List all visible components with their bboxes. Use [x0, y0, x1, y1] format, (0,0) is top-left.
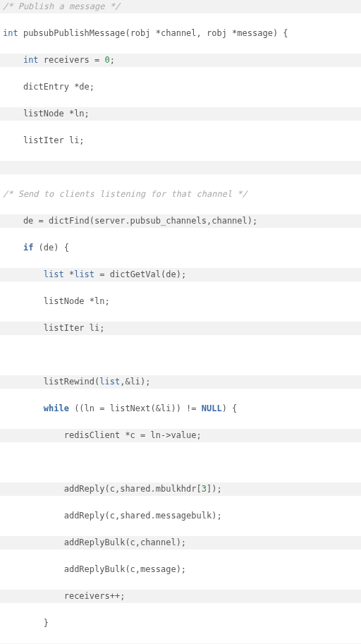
code-line: listNode *ln; [0, 295, 361, 308]
code-line: addReply(c,shared.messagebulk); [0, 509, 361, 523]
code-token: int [23, 55, 39, 65]
code-token: de = dictFind(server.pubsub_channels,cha… [3, 216, 257, 226]
code-line: listIter li; [0, 322, 361, 335]
code-block: /* Publish a message */ int pubsubPublis… [0, 0, 361, 644]
code-token: dictEntry *de; [3, 82, 94, 92]
code-token: ; [110, 55, 115, 65]
code-token: /* Send to clients listening for that ch… [3, 189, 247, 199]
code-token: if [23, 243, 33, 253]
code-token [3, 269, 44, 279]
code-token: addReply(c,shared.messagebulk); [3, 511, 222, 521]
code-token: } [3, 618, 49, 628]
code-line: /* Publish a message */ [0, 0, 361, 13]
code-line [0, 161, 361, 174]
code-line: addReplyBulk(c,message); [0, 563, 361, 576]
code-token: 0 [105, 55, 110, 65]
code-line: int receivers = 0; [0, 54, 361, 67]
code-line: addReplyBulk(c,channel); [0, 536, 361, 549]
code-line: while ((ln = listNext(&li)) != NULL) { [0, 402, 361, 415]
code-line: receivers++; [0, 590, 361, 603]
code-token: listNode *ln; [3, 296, 110, 306]
code-token: NULL [202, 403, 222, 413]
code-token: list [44, 269, 64, 279]
code-token [3, 457, 8, 467]
code-line: listNode *ln; [0, 107, 361, 121]
code-token: int [3, 28, 18, 38]
code-token: /* Publish a message */ [3, 1, 120, 11]
code-line: redisClient *c = ln->value; [0, 429, 361, 442]
code-token: addReplyBulk(c,message); [3, 564, 186, 574]
code-token: redisClient *c = ln->value; [3, 430, 202, 440]
code-line: addReply(c,shared.mbulkhdr[3]); [0, 482, 361, 496]
code-token: receivers++; [3, 591, 125, 601]
code-token [3, 403, 44, 413]
code-line: int pubsubPublishMessage(robj *channel, … [0, 27, 361, 40]
code-token [3, 243, 23, 253]
code-line: listRewind(list,&li); [0, 375, 361, 389]
code-line: } [0, 616, 361, 630]
code-line: list *list = dictGetVal(de); [0, 268, 361, 281]
code-token: addReply(c,shared.mbulkhdr[ [3, 484, 202, 494]
code-token: ((ln = listNext(&li)) != [69, 403, 202, 413]
code-token: (de) { [33, 243, 69, 253]
code-token [3, 55, 23, 65]
code-token: listIter li; [3, 135, 85, 145]
code-token: list [99, 377, 120, 387]
code-line: /* Send to clients listening for that ch… [0, 188, 361, 201]
code-token: receivers = [39, 55, 105, 65]
code-line: listIter li; [0, 134, 361, 147]
code-token: ]); [207, 484, 222, 494]
code-token: while [44, 403, 69, 413]
code-token [3, 350, 8, 360]
code-line [0, 456, 361, 469]
code-token: listIter li; [3, 323, 105, 333]
code-line: if (de) { [0, 241, 361, 255]
code-token: ) { [222, 403, 238, 413]
code-token: pubsubPublishMessage(robj *channel, robj… [18, 28, 288, 38]
code-token: ,&li); [120, 377, 150, 387]
code-line: de = dictFind(server.pubsub_channels,cha… [0, 214, 361, 228]
code-line: dictEntry *de; [0, 80, 361, 94]
code-token: listRewind( [3, 377, 99, 387]
code-token: addReplyBulk(c,channel); [3, 537, 186, 547]
code-token: * [64, 269, 74, 279]
code-token: list [74, 269, 94, 279]
code-token: 3 [202, 484, 207, 494]
code-token: listNode *ln; [3, 109, 90, 119]
code-line [0, 348, 361, 362]
code-token [3, 162, 8, 172]
code-token: = dictGetVal(de); [94, 269, 186, 279]
